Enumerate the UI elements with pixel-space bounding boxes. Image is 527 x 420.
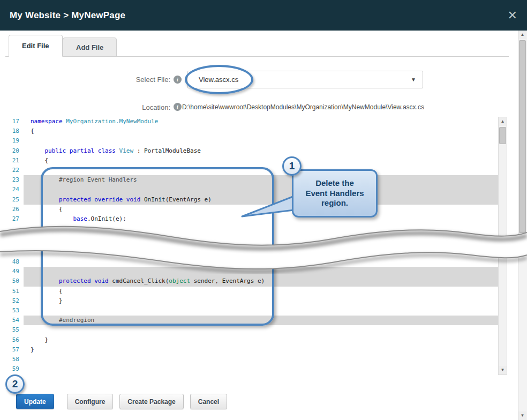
scroll-up-icon[interactable]: ▲ (499, 117, 507, 126)
line-number: 55 (5, 325, 24, 335)
code-line: 17namespace MyOrganization.MyNewModule (5, 117, 498, 126)
code-line: 58 (5, 355, 498, 364)
code-text: } (24, 335, 498, 345)
location-path: D:\home\site\wwwroot\DesktopModules\MyOr… (182, 103, 424, 111)
code-line: 18{ (5, 126, 498, 136)
select-file-label: Select File: (106, 76, 170, 84)
callout-text: Delete the (293, 178, 376, 189)
line-number: 56 (5, 335, 24, 345)
editor-scrollbar[interactable]: ▲ ▼ (498, 117, 507, 375)
code-line: 55 (5, 325, 498, 335)
code-text: namespace MyOrganization.MyNewModule (24, 117, 498, 126)
line-number: 58 (5, 355, 24, 364)
line-number: 26 (5, 205, 24, 214)
dialog: My Website > MyNewPage ✕ Edit File Add F… (0, 0, 527, 420)
code-line: 20 public partial class View : PortalMod… (5, 146, 498, 156)
line-number: 49 (5, 267, 24, 276)
editor-scrollbar-thumb[interactable] (499, 127, 506, 144)
close-icon[interactable]: ✕ (508, 10, 517, 21)
line-number: 54 (5, 316, 24, 325)
create-package-button[interactable]: Create Package (119, 394, 183, 409)
update-button[interactable]: Update (16, 394, 54, 409)
line-number: 53 (5, 306, 24, 316)
line-number: 17 (5, 117, 24, 126)
line-number: 59 (5, 364, 24, 374)
scroll-down-icon[interactable]: ▼ (518, 411, 526, 420)
line-number: 22 (5, 166, 24, 175)
callout-text: region. (293, 198, 376, 208)
configure-button[interactable]: Configure (67, 394, 114, 409)
code-text: { (24, 126, 498, 136)
code-line: 59 (5, 364, 498, 374)
scroll-down-icon[interactable]: ▼ (499, 366, 507, 374)
line-number: 27 (5, 214, 24, 224)
chevron-down-icon: ▼ (411, 77, 416, 82)
location-label: Location: (106, 103, 170, 111)
code-text: { (24, 156, 498, 166)
code-text (24, 364, 498, 374)
code-text (24, 325, 498, 335)
step-2-badge: 2 (5, 374, 25, 394)
code-text (24, 355, 498, 364)
page-scrollbar[interactable]: ▲ ▼ (518, 31, 527, 420)
line-number: 48 (5, 257, 24, 267)
line-number: 23 (5, 175, 24, 185)
code-line: 57} (5, 345, 498, 355)
page-scrollbar-thumb[interactable] (519, 40, 526, 233)
scroll-up-icon[interactable]: ▲ (518, 31, 526, 39)
line-number: 25 (5, 195, 24, 205)
callout-tail (239, 190, 299, 220)
line-number: 24 (5, 185, 24, 194)
line-number: 52 (5, 296, 24, 306)
line-number: 18 (5, 126, 24, 136)
code-line: 56 } (5, 335, 498, 345)
line-number: 51 (5, 287, 24, 296)
callout-text: Event Handlers (293, 189, 376, 199)
action-button-row: Update Configure Create Package Cancel (16, 394, 227, 409)
code-text: } (24, 345, 498, 355)
breadcrumb-title: My Website > MyNewPage (10, 10, 125, 21)
dialog-header: My Website > MyNewPage ✕ (0, 0, 527, 31)
step-1-badge: 1 (282, 156, 302, 176)
callout-bubble: Delete the Event Handlers region. (292, 169, 378, 218)
code-text: public partial class View : PortalModule… (24, 146, 498, 156)
code-line: 21 { (5, 156, 498, 166)
code-text (24, 136, 498, 146)
tab-edit-file[interactable]: Edit File (9, 35, 63, 57)
line-number: 20 (5, 146, 24, 156)
line-number: 21 (5, 156, 24, 166)
tab-add-file[interactable]: Add File (63, 38, 117, 57)
line-number: 19 (5, 136, 24, 146)
cancel-button[interactable]: Cancel (190, 394, 227, 409)
info-icon[interactable]: i (174, 103, 182, 111)
code-line: 19 (5, 136, 498, 146)
annotation-ellipse (185, 65, 253, 94)
line-number: 57 (5, 345, 24, 355)
info-icon[interactable]: i (174, 76, 182, 84)
line-number: 50 (5, 276, 24, 286)
